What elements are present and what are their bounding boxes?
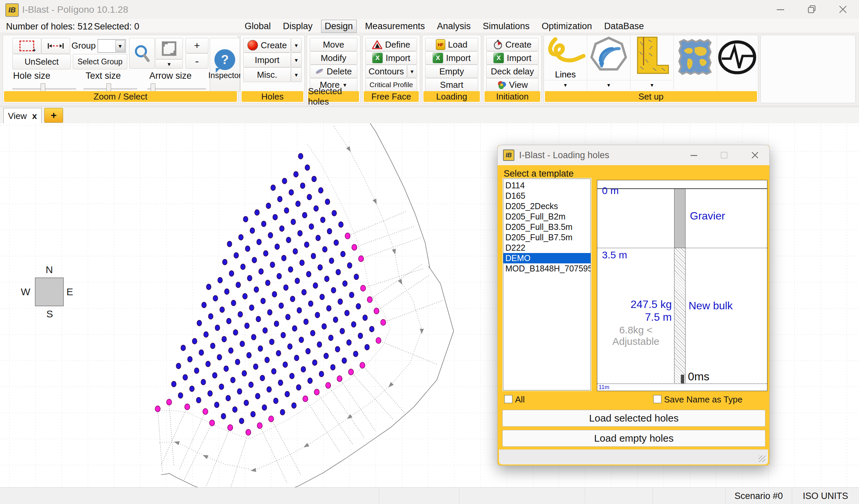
dialog-footer xyxy=(499,450,768,464)
menu-item-measurements[interactable]: Measurements xyxy=(361,20,429,33)
template-item-mod_b1848h_707595[interactable]: MOD_B1848H_707595 xyxy=(503,263,590,274)
template-item-demo[interactable]: DEMO xyxy=(503,253,590,263)
zoom-out-button[interactable]: - xyxy=(185,53,208,69)
zoom-extents-dropdown[interactable]: ▼ xyxy=(155,59,183,69)
lines-dropdown[interactable]: ▼ xyxy=(544,80,587,88)
tab-strip: View x + xyxy=(0,107,859,124)
holes-import-dropdown[interactable]: ▼ xyxy=(291,52,302,67)
dialog-close-icon[interactable] xyxy=(747,149,763,161)
bottom-line xyxy=(597,383,767,384)
units-label: ISO UNITS xyxy=(792,491,859,501)
template-list[interactable]: D114D165D205_2DecksD205_Full_B2mD205_Ful… xyxy=(503,178,591,390)
deck-delay-button[interactable]: Deck delay xyxy=(486,65,539,78)
hole-size-slider[interactable] xyxy=(12,88,76,90)
delay-label: 0ms xyxy=(688,370,709,383)
all-checkbox[interactable] xyxy=(504,395,512,403)
loading-diagram[interactable]: 0 m Gravier 3.5 m 247.5 kg 7.5 m 6.8kg <… xyxy=(597,180,767,391)
select-rectangle-button[interactable]: + xyxy=(12,38,41,54)
contours-dropdown[interactable]: ▼ xyxy=(407,65,417,78)
menu-item-simulations[interactable]: Simulations xyxy=(479,20,533,33)
initiation-view-button[interactable]: View xyxy=(486,78,539,92)
template-item-d165[interactable]: D165 xyxy=(503,191,590,201)
zoom-in-button[interactable]: + xyxy=(185,38,208,53)
signal-button[interactable]: ▼ xyxy=(587,35,631,90)
empty-button[interactable]: Empty xyxy=(425,65,478,78)
menu-item-display[interactable]: Display xyxy=(279,20,316,33)
minimize-icon[interactable] xyxy=(770,3,790,16)
signal-dropdown[interactable]: ▼ xyxy=(587,80,630,88)
restore-icon[interactable] xyxy=(802,3,822,16)
template-item-d222[interactable]: D222 xyxy=(503,242,590,253)
initiation-create-button[interactable]: Create xyxy=(486,38,539,51)
arrow-size-slider[interactable] xyxy=(147,88,206,90)
critical-profile-button[interactable]: Critical Profile xyxy=(365,78,417,92)
group-label-holes: Holes xyxy=(242,91,303,102)
template-item-d205_full_b7.5m[interactable]: D205_Full_B7.5m xyxy=(503,232,590,242)
hole-column xyxy=(674,189,685,383)
seismograph-button[interactable] xyxy=(717,35,758,90)
menu-item-optimization[interactable]: Optimization xyxy=(538,20,596,33)
load-button[interactable]: HF Load xyxy=(425,38,478,51)
template-item-d205_full_b3.5m[interactable]: D205_Full_B3.5m xyxy=(503,222,590,232)
tab-view[interactable]: View x xyxy=(3,108,42,124)
lines-squiggle-icon xyxy=(546,36,586,73)
unselect-button[interactable]: UnSelect xyxy=(12,54,71,69)
import-loading-button[interactable]: X Import xyxy=(425,51,478,65)
tab-add-button[interactable]: + xyxy=(44,108,63,123)
template-item-d205_2decks[interactable]: D205_2Decks xyxy=(503,201,590,211)
load-empty-holes-button[interactable]: Load empty holes xyxy=(502,430,765,447)
info-menu-bar: Number of holes: 512 Selected: 0 GlobalD… xyxy=(0,19,859,33)
holes-misc-dropdown[interactable]: ▼ xyxy=(291,67,302,82)
measure-button[interactable] xyxy=(41,38,70,54)
close-icon[interactable] xyxy=(833,3,853,16)
group-combo[interactable]: ▼ xyxy=(97,39,126,52)
save-name-checkbox[interactable] xyxy=(653,395,661,403)
select-group-button[interactable]: Select Group xyxy=(73,54,127,69)
dialog-minimize-icon[interactable] xyxy=(685,149,702,161)
dialog-maximize-icon[interactable] xyxy=(716,149,733,161)
initiation-import-button[interactable]: X Import xyxy=(486,51,539,65)
scenario-label: Scenario #0 xyxy=(725,491,792,501)
smart-button[interactable]: Smart xyxy=(425,78,478,92)
charge-mass-label: 247.5 kg xyxy=(618,298,672,311)
inspector-button[interactable]: ? Inspector xyxy=(210,38,240,92)
zoom-button[interactable] xyxy=(129,38,155,69)
excel-icon: X xyxy=(433,52,443,63)
move-button[interactable]: Move xyxy=(310,38,357,51)
contours-button[interactable]: Contours xyxy=(365,65,407,78)
zoom-extents-button[interactable] xyxy=(155,38,183,59)
text-size-slider[interactable] xyxy=(84,88,137,90)
define-freeface-button[interactable]: Define xyxy=(365,38,417,51)
blast-holes[interactable] xyxy=(155,154,386,436)
compass-n: N xyxy=(46,264,53,275)
group-label: Group xyxy=(72,41,96,51)
menu-item-global[interactable]: Global xyxy=(241,20,274,33)
depth-top-label: 0 m xyxy=(602,185,619,196)
import-freeface-button[interactable]: X Import xyxy=(365,51,417,65)
map-button[interactable] xyxy=(674,35,717,90)
group-label-free-face: Free Face xyxy=(364,91,419,102)
menu-item-design[interactable]: Design xyxy=(321,20,357,33)
hole-depth-label: 11m xyxy=(599,384,609,391)
delete-button[interactable]: Delete xyxy=(310,65,357,78)
holes-import-button[interactable]: Import xyxy=(243,52,291,67)
holes-create-button[interactable]: Create xyxy=(243,38,291,52)
menu-item-database[interactable]: DataBase xyxy=(600,20,648,33)
load-selected-holes-button[interactable]: Load selected holes xyxy=(502,410,765,427)
dialog-app-icon: IB xyxy=(503,149,514,161)
group-label-loading: Loading xyxy=(423,91,480,102)
tab-close-icon[interactable]: x xyxy=(32,111,37,121)
ribbon-group-free-face: Define X Import Contours ▼ Critical Prof… xyxy=(362,35,420,103)
menu-item-analysis[interactable]: Analysis xyxy=(433,20,474,33)
resize-grip[interactable] xyxy=(759,455,765,462)
app-icon: IB xyxy=(5,3,19,17)
bench-dropdown[interactable]: ▼ xyxy=(631,80,674,88)
holes-misc-button[interactable]: Misc. xyxy=(243,67,291,82)
chevron-down-icon[interactable]: ▼ xyxy=(116,40,125,52)
modify-button[interactable]: Modify xyxy=(310,51,357,65)
bench-button[interactable]: ▼ xyxy=(631,35,674,90)
holes-create-dropdown[interactable]: ▼ xyxy=(291,38,302,52)
template-item-d205_full_b2m[interactable]: D205_Full_B2m xyxy=(503,211,590,222)
lines-button[interactable]: Lines ▼ xyxy=(544,35,587,90)
template-item-d114[interactable]: D114 xyxy=(503,180,590,191)
